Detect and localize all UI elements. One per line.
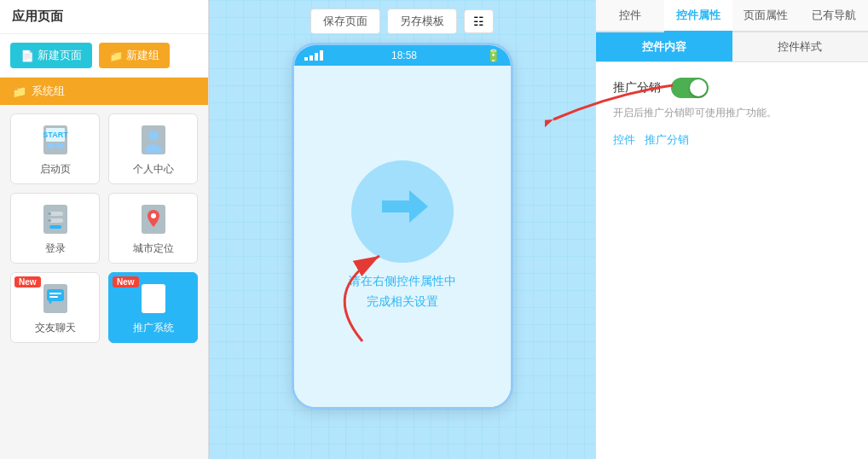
page-icon-login — [38, 202, 72, 236]
page-icon-start: START — [38, 123, 72, 157]
svg-point-6 — [148, 131, 159, 141]
phone-content: 请在右侧控件属性中 完成相关设置 — [294, 66, 511, 407]
tab-widget-props[interactable]: 控件属性 — [664, 0, 732, 32]
promo-setting-row: 推广分销 — [613, 78, 851, 98]
page-label-promo: 推广系统 — [133, 321, 174, 335]
new-page-icon: 📄 — [20, 49, 34, 62]
save-template-button[interactable]: 另存模板 — [387, 9, 457, 34]
tab-nav[interactable]: 已有导航 — [800, 0, 868, 32]
phone-time: 18:58 — [391, 49, 417, 61]
breadcrumb: 控件 推广分销 — [613, 132, 851, 148]
page-item-social[interactable]: New 交友聊天 — [10, 272, 100, 343]
phone-frame: 18:58 🔋 请在右侧控件属性中 完成相关设置 — [292, 43, 513, 410]
page-icon-location — [136, 202, 171, 236]
svg-point-14 — [151, 213, 156, 218]
tab-widget[interactable]: 控件 — [596, 0, 664, 32]
new-badge-social: New — [14, 276, 41, 288]
save-page-button[interactable]: 保存页面 — [310, 9, 380, 34]
svg-point-11 — [48, 219, 51, 223]
phone-area: 保存页面 另存模板 ☷ 18:58 🔋 — [209, 0, 595, 459]
svg-rect-12 — [49, 225, 61, 229]
new-page-label: 新建页面 — [38, 48, 82, 63]
preview-button[interactable]: ☷ — [464, 9, 494, 33]
page-grid: START 启动页 个人中心 — [0, 105, 208, 352]
new-group-label: 新建组 — [126, 48, 159, 63]
phone-hint-line2: 完成相关设置 — [349, 292, 456, 312]
sidebar: 应用页面 📄 新建页面 📁 新建组 📁 系统组 START — [0, 0, 209, 459]
group-name: 系统组 — [32, 84, 65, 99]
preview-icon: ☷ — [473, 15, 484, 28]
page-icon-social — [38, 282, 72, 316]
promo-toggle[interactable] — [671, 78, 709, 98]
group-header: 📁 系统组 — [0, 78, 208, 105]
tab-page-props[interactable]: 页面属性 — [732, 0, 801, 32]
promo-hint: 开启后推广分销即可使用推广功能。 — [613, 105, 851, 120]
new-page-button[interactable]: 📄 新建页面 — [10, 43, 92, 68]
page-icon-profile — [136, 123, 171, 157]
sub-tab-content[interactable]: 控件内容 — [596, 32, 732, 61]
battery-icon: 🔋 — [486, 49, 501, 62]
right-panel: 控件 控件属性 页面属性 已有导航 控件内容 控件样式 推广分销 开启后推广分销… — [595, 0, 868, 459]
toggle-knob — [690, 79, 707, 96]
svg-rect-16 — [47, 289, 64, 301]
folder-icon: 📁 — [12, 84, 26, 98]
page-label-start: 启动页 — [40, 162, 71, 177]
main-tabs: 控件 控件属性 页面属性 已有导航 — [596, 0, 868, 32]
page-item-start[interactable]: START 启动页 — [10, 113, 100, 184]
page-item-location[interactable]: 城市定位 — [108, 193, 198, 264]
new-group-icon: 📁 — [109, 49, 123, 62]
page-icon-promo — [136, 282, 171, 316]
new-badge-promo: New — [113, 276, 139, 288]
page-label-profile: 个人中心 — [133, 162, 174, 177]
sub-tabs: 控件内容 控件样式 — [596, 32, 868, 62]
svg-rect-18 — [49, 293, 61, 294]
phone-status-bar: 18:58 🔋 — [294, 45, 511, 66]
svg-rect-19 — [49, 296, 58, 298]
page-label-login: 登录 — [45, 241, 66, 256]
sidebar-actions: 📄 新建页面 📁 新建组 — [0, 34, 208, 78]
breadcrumb-prefix: 控件 — [613, 133, 635, 146]
svg-rect-3 — [48, 143, 55, 148]
sub-tab-style[interactable]: 控件样式 — [732, 32, 869, 61]
phone-arrow-icon — [375, 183, 430, 241]
phone-hint-line1: 请在右侧控件属性中 — [349, 271, 456, 292]
svg-point-21 — [151, 307, 156, 312]
new-group-button[interactable]: 📁 新建组 — [99, 43, 170, 68]
panel-content: 推广分销 开启后推广分销即可使用推广功能。 控件 推广分销 — [596, 62, 868, 459]
phone-hint: 请在右侧控件属性中 完成相关设置 — [349, 271, 456, 312]
breadcrumb-value: 推广分销 — [645, 133, 689, 146]
page-label-location: 城市定位 — [133, 241, 174, 256]
promo-label: 推广分销 — [613, 80, 661, 96]
svg-rect-4 — [56, 143, 63, 148]
page-label-social: 交友聊天 — [35, 321, 76, 335]
signal-icon — [304, 50, 323, 61]
toolbar: 保存页面 另存模板 ☷ — [310, 9, 494, 34]
svg-point-10 — [48, 212, 51, 216]
page-item-profile[interactable]: 个人中心 — [108, 113, 198, 184]
page-item-promo[interactable]: New 推广系统 — [108, 272, 198, 343]
page-item-login[interactable]: 登录 — [10, 193, 100, 264]
sidebar-title: 应用页面 — [0, 0, 208, 34]
phone-arrow-circle — [351, 160, 454, 263]
svg-text:START: START — [43, 131, 68, 139]
